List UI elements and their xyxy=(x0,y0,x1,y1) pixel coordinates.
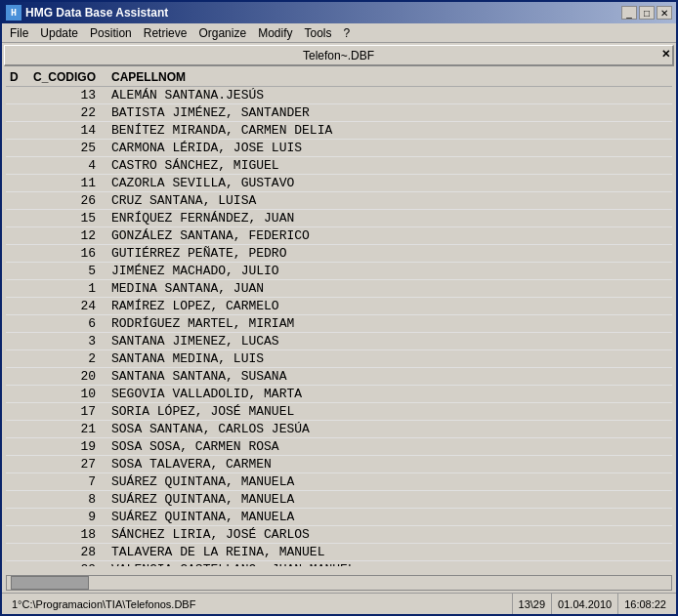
cell-codigo: 11 xyxy=(29,175,107,192)
cell-codigo: 3 xyxy=(29,333,107,350)
table-row[interactable]: 3SANTANA JIMENEZ, LUCAS xyxy=(6,333,672,350)
menu-organize[interactable]: Organize xyxy=(192,25,252,41)
maximize-button[interactable]: □ xyxy=(639,6,655,20)
cell-d xyxy=(6,87,29,104)
table-row[interactable]: 15ENRÍQUEZ FERNÁNDEZ, JUAN xyxy=(6,210,672,227)
cell-codigo: 12 xyxy=(29,227,107,245)
cell-codigo: 17 xyxy=(29,403,107,421)
horizontal-scrollbar[interactable] xyxy=(6,575,672,591)
cell-d xyxy=(6,263,29,280)
cell-capellnom: CARMONA LÉRIDA, JOSE LUIS xyxy=(107,140,672,157)
menu-bar: File Update Position Retrieve Organize M… xyxy=(2,23,676,43)
cell-codigo: 15 xyxy=(29,210,107,227)
menu-retrieve[interactable]: Retrieve xyxy=(138,25,193,41)
cell-codigo: 26 xyxy=(29,192,107,210)
cell-capellnom: ALEMÁN SANTANA.JESÚS xyxy=(107,87,672,104)
main-window: H HMG Data Base Assistant _ □ ✕ File Upd… xyxy=(0,0,678,616)
table-row[interactable]: 18SÁNCHEZ LIRIA, JOSÉ CARLOS xyxy=(6,526,672,544)
cell-d xyxy=(6,491,29,509)
table-row[interactable]: 5JIMÉNEZ MACHADO, JULIO xyxy=(6,263,672,280)
cell-d xyxy=(6,227,29,245)
table-title: Telefon~.DBF xyxy=(303,49,374,62)
cell-capellnom: MEDINA SANTANA, JUAN xyxy=(107,280,672,298)
cell-capellnom: SUÁREZ QUINTANA, MANUELA xyxy=(107,509,672,526)
table-row[interactable]: 2SANTANA MEDINA, LUIS xyxy=(6,350,672,368)
table-row[interactable]: 12GONZÁLEZ SANTANA, FEDERICO xyxy=(6,227,672,245)
table-row[interactable]: 1MEDINA SANTANA, JUAN xyxy=(6,280,672,298)
cell-d xyxy=(6,245,29,263)
menu-help[interactable]: ? xyxy=(338,25,357,41)
cell-codigo: 20 xyxy=(29,368,107,386)
cell-capellnom: SANTANA JIMENEZ, LUCAS xyxy=(107,333,672,350)
app-icon: H xyxy=(6,5,21,21)
cell-capellnom: BATISTA JIMÉNEZ, SANTANDER xyxy=(107,104,672,122)
table-row[interactable]: 16GUTIÉRREZ PEÑATE, PEDRO xyxy=(6,245,672,263)
cell-capellnom: GUTIÉRREZ PEÑATE, PEDRO xyxy=(107,245,672,263)
col-header-codigo: C_CODIGO xyxy=(29,68,107,87)
table-row[interactable]: 21SOSA SANTANA, CARLOS JESÚA xyxy=(6,421,672,438)
table-row[interactable]: 27SOSA TALAVERA, CARMEN xyxy=(6,456,672,473)
cell-codigo: 16 xyxy=(29,245,107,263)
cell-codigo: 28 xyxy=(29,544,107,561)
cell-d xyxy=(6,456,29,473)
cell-d xyxy=(6,333,29,350)
table-row[interactable]: 20SANTANA SANTANA, SUSANA xyxy=(6,368,672,386)
table-row[interactable]: 28TALAVERA DE LA REINA, MANUEL xyxy=(6,544,672,561)
data-table: D C_CODIGO CAPELLNOM 13ALEMÁN SANTANA.JE… xyxy=(6,68,672,566)
menu-update[interactable]: Update xyxy=(34,25,84,41)
cell-d xyxy=(6,368,29,386)
hscroll-thumb[interactable] xyxy=(11,576,89,590)
status-path: 1°C:\Programacion\TIA\Telefonos.DBF xyxy=(6,594,513,614)
table-row[interactable]: 26CRUZ SANTANA, LUISA xyxy=(6,192,672,210)
cell-d xyxy=(6,403,29,421)
cell-d xyxy=(6,421,29,438)
cell-d xyxy=(6,122,29,140)
menu-tools[interactable]: Tools xyxy=(298,25,337,41)
table-row[interactable]: 14BENÍTEZ MIRANDA, CARMEN DELIA xyxy=(6,122,672,140)
table-row[interactable]: 17SORIA LÓPEZ, JOSÉ MANUEL xyxy=(6,403,672,421)
table-row[interactable]: 10SEGOVIA VALLADOLID, MARTA xyxy=(6,386,672,403)
cell-capellnom: CAZORLA SEVILLA, GUSTAVO xyxy=(107,175,672,192)
table-row[interactable]: 8SUÁREZ QUINTANA, MANUELA xyxy=(6,491,672,509)
table-scroll-area[interactable]: D C_CODIGO CAPELLNOM 13ALEMÁN SANTANA.JE… xyxy=(6,68,672,566)
cell-codigo: 8 xyxy=(29,491,107,509)
table-row[interactable]: 24RAMÍREZ LOPEZ, CARMELO xyxy=(6,298,672,315)
table-wrapper: D C_CODIGO CAPELLNOM 13ALEMÁN SANTANA.JE… xyxy=(6,68,672,575)
table-row[interactable]: 6RODRÍGUEZ MARTEL, MIRIAM xyxy=(6,315,672,333)
table-row[interactable]: 7SUÁREZ QUINTANA, MANUELA xyxy=(6,473,672,491)
cell-d xyxy=(6,175,29,192)
table-row[interactable]: 25CARMONA LÉRIDA, JOSE LUIS xyxy=(6,140,672,157)
table-row[interactable]: 9SUÁREZ QUINTANA, MANUELA xyxy=(6,509,672,526)
cell-d xyxy=(6,157,29,175)
cell-capellnom: RODRÍGUEZ MARTEL, MIRIAM xyxy=(107,315,672,333)
cell-capellnom: GONZÁLEZ SANTANA, FEDERICO xyxy=(107,227,672,245)
table-row[interactable]: 29VALENCIA CASTELLANO, JUAN MANUEL xyxy=(6,561,672,567)
cell-codigo: 25 xyxy=(29,140,107,157)
table-row[interactable]: 13ALEMÁN SANTANA.JESÚS xyxy=(6,87,672,104)
cell-capellnom: BENÍTEZ MIRANDA, CARMEN DELIA xyxy=(107,122,672,140)
table-row[interactable]: 4CASTRO SÁNCHEZ, MIGUEL xyxy=(6,157,672,175)
menu-position[interactable]: Position xyxy=(84,25,138,41)
col-header-d: D xyxy=(6,68,29,87)
close-button[interactable]: ✕ xyxy=(657,6,672,20)
cell-d xyxy=(6,350,29,368)
cell-d xyxy=(6,526,29,544)
table-row[interactable]: 19SOSA SOSA, CARMEN ROSA xyxy=(6,438,672,456)
cell-capellnom: VALENCIA CASTELLANO, JUAN MANUEL xyxy=(107,561,672,567)
cell-capellnom: SOSA SOSA, CARMEN ROSA xyxy=(107,438,672,456)
cell-capellnom: SOSA TALAVERA, CARMEN xyxy=(107,456,672,473)
cell-codigo: 27 xyxy=(29,456,107,473)
minimize-button[interactable]: _ xyxy=(621,6,637,20)
cell-codigo: 24 xyxy=(29,298,107,315)
cell-d xyxy=(6,509,29,526)
subtitlebar-close-button[interactable]: ✕ xyxy=(661,48,670,61)
menu-file[interactable]: File xyxy=(4,25,34,41)
cell-capellnom: SEGOVIA VALLADOLID, MARTA xyxy=(107,386,672,403)
table-row[interactable]: 11CAZORLA SEVILLA, GUSTAVO xyxy=(6,175,672,192)
title-bar: H HMG Data Base Assistant _ □ ✕ xyxy=(2,2,676,23)
cell-codigo: 7 xyxy=(29,473,107,491)
cell-d xyxy=(6,386,29,403)
table-row[interactable]: 22BATISTA JIMÉNEZ, SANTANDER xyxy=(6,104,672,122)
title-bar-left: H HMG Data Base Assistant xyxy=(6,5,168,21)
menu-modify[interactable]: Modify xyxy=(252,25,298,41)
